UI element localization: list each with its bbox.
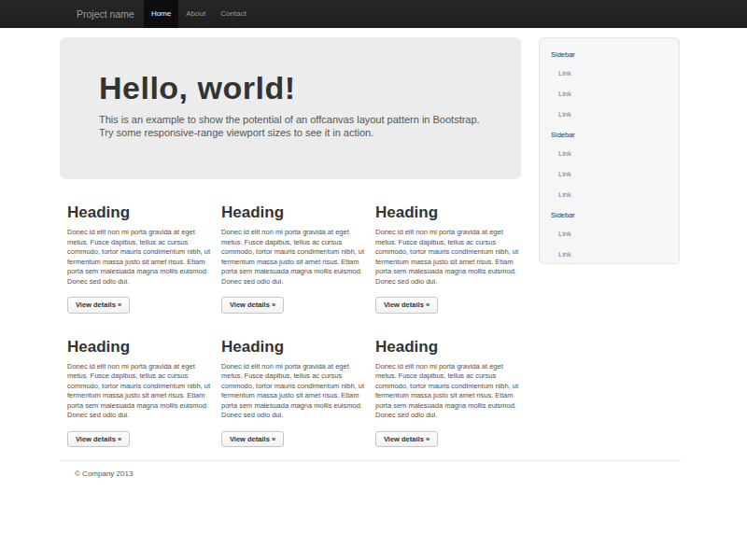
cards-row-2: Heading Donec id elit non mi porta gravi…	[60, 338, 521, 448]
brand-link[interactable]: Project name	[60, 0, 144, 28]
nav-link-home[interactable]: Home	[144, 0, 178, 28]
card-heading: Heading	[221, 338, 364, 357]
sidebar-link[interactable]: Link	[540, 224, 679, 245]
nav-item-contact: Contact	[213, 0, 254, 28]
navbar: Project name Home About Contact	[0, 0, 747, 28]
page-container: Hello, world! This is an example to show…	[60, 37, 681, 447]
view-details-button[interactable]: View details »	[221, 431, 284, 448]
sidebar-link[interactable]: Link	[540, 84, 679, 105]
content-column: Hello, world! This is an example to show…	[60, 37, 521, 447]
sidebar-group-header: Sidebar	[540, 205, 679, 224]
navbar-inner: Project name Home About Contact	[60, 0, 254, 28]
sidebar-link[interactable]: Link	[540, 105, 679, 125]
feature-card: Heading Donec id elit non mi porta gravi…	[221, 203, 364, 314]
sidebar: Sidebar Link Link Link Sidebar Link Link…	[539, 37, 680, 264]
card-body-text: Donec id elit non mi porta gravida at eg…	[375, 228, 518, 287]
sidebar-group-2: Sidebar Link Link Link	[540, 125, 679, 205]
card-body-text: Donec id elit non mi porta gravida at eg…	[67, 362, 210, 421]
card-heading: Heading	[67, 338, 210, 357]
footer: © Company 2013	[60, 460, 681, 478]
view-details-button[interactable]: View details »	[67, 297, 130, 314]
navbar-menu: Home About Contact	[144, 0, 254, 28]
copyright-text: © Company 2013	[75, 469, 681, 478]
card-heading: Heading	[67, 203, 210, 222]
view-details-button[interactable]: View details »	[67, 431, 130, 448]
cards-row-1: Heading Donec id elit non mi porta gravi…	[60, 203, 521, 314]
feature-card: Heading Donec id elit non mi porta gravi…	[375, 203, 518, 314]
main-row: Hello, world! This is an example to show…	[60, 37, 681, 447]
sidebar-group-3: Sidebar Link Link	[540, 205, 679, 265]
sidebar-group-1: Sidebar Link Link Link	[540, 45, 679, 125]
sidebar-link[interactable]: Link	[540, 63, 679, 84]
view-details-button[interactable]: View details »	[375, 297, 438, 314]
card-body-text: Donec id elit non mi porta gravida at eg…	[375, 362, 518, 421]
sidebar-group-header: Sidebar	[540, 45, 679, 63]
page-title: Hello, world!	[99, 71, 482, 105]
nav-link-contact[interactable]: Contact	[213, 0, 254, 28]
sidebar-group-header: Sidebar	[540, 125, 679, 144]
nav-item-about: About	[178, 0, 213, 28]
card-heading: Heading	[375, 203, 518, 222]
feature-card: Heading Donec id elit non mi porta gravi…	[221, 338, 364, 448]
view-details-button[interactable]: View details »	[221, 297, 284, 314]
feature-card: Heading Donec id elit non mi porta gravi…	[375, 338, 518, 448]
sidebar-link[interactable]: Link	[540, 185, 679, 205]
sidebar-link[interactable]: Link	[540, 164, 679, 185]
view-details-button[interactable]: View details »	[375, 431, 438, 448]
card-heading: Heading	[221, 203, 364, 222]
sidebar-link[interactable]: Link	[540, 245, 679, 265]
feature-card: Heading Donec id elit non mi porta gravi…	[67, 338, 210, 448]
feature-card: Heading Donec id elit non mi porta gravi…	[67, 203, 210, 314]
sidebar-link[interactable]: Link	[540, 144, 679, 164]
nav-item-home: Home	[144, 0, 178, 28]
jumbotron-description: This is an example to show the potential…	[99, 113, 482, 139]
jumbotron: Hello, world! This is an example to show…	[60, 37, 521, 179]
nav-link-about[interactable]: About	[178, 0, 213, 28]
card-body-text: Donec id elit non mi porta gravida at eg…	[67, 228, 210, 287]
card-heading: Heading	[375, 338, 518, 357]
card-body-text: Donec id elit non mi porta gravida at eg…	[221, 228, 364, 287]
card-body-text: Donec id elit non mi porta gravida at eg…	[221, 362, 364, 421]
